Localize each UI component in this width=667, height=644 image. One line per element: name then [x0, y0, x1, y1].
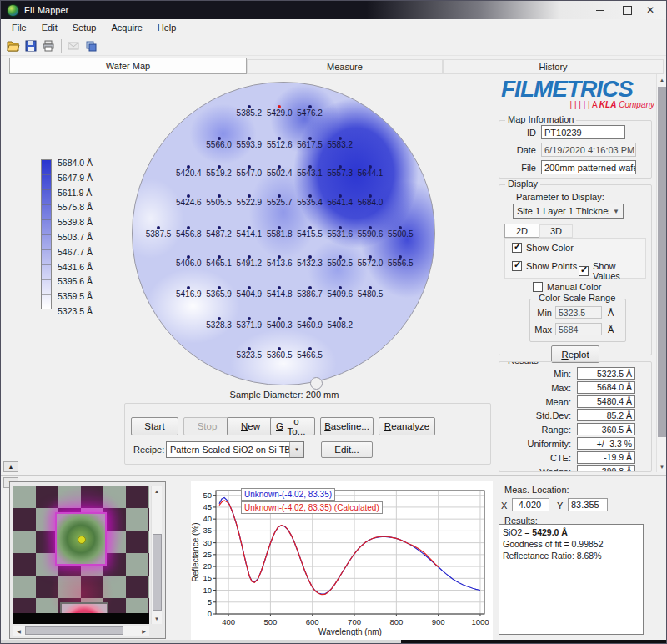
- manual-color-checkbox[interactable]: Manual Color: [533, 282, 601, 292]
- actions-group: Start Stop New Go To... Baseline... Rean…: [124, 403, 491, 465]
- wafer-site[interactable]: 5644.1: [351, 165, 389, 178]
- pane-divider[interactable]: [1, 475, 666, 476]
- collapse-up-icon[interactable]: ▲: [3, 461, 18, 472]
- legend-label: 5684.0 Å: [58, 158, 93, 169]
- new-button[interactable]: New: [227, 417, 274, 435]
- menu-item-help[interactable]: Help: [150, 20, 184, 35]
- menu-item-file[interactable]: File: [4, 20, 34, 35]
- display-title: Display: [505, 179, 540, 189]
- menu-bar: FileEditSetupAcquireHelp: [1, 19, 666, 36]
- tab-wafer-map[interactable]: Wafer Map: [9, 58, 247, 74]
- file-field[interactable]: 200mm patterned wafe: [541, 160, 636, 174]
- wafer-map[interactable]: 5385.25429.05476.25566.05593.95512.65617…: [132, 82, 435, 385]
- results-row-value: 299.8 Å: [577, 465, 635, 472]
- svg-text:1000: 1000: [471, 617, 489, 626]
- logo-brand: FILMETRICS: [501, 78, 654, 101]
- tab-measure[interactable]: Measure: [247, 59, 443, 74]
- title-bar: FILMapper ✕: [1, 1, 666, 19]
- meas-results-box: SiO2 = 5429.0 Å Goodness of fit = 0.9985…: [499, 524, 644, 635]
- chevron-down-icon: ▼: [289, 442, 303, 457]
- camera-image[interactable]: [13, 486, 149, 624]
- results-row-value: 85.2 Å: [577, 409, 635, 421]
- recipe-select[interactable]: Pattern Scaled SiO2 on Si TBD ▼: [166, 441, 304, 458]
- tab-history[interactable]: History: [443, 59, 664, 74]
- menu-item-acquire[interactable]: Acquire: [103, 20, 149, 35]
- color-scale-legend: [41, 159, 52, 309]
- camera-vscrollbar[interactable]: ▲ ▼: [151, 486, 162, 624]
- show-values-checkbox[interactable]: ✓Show Values: [579, 261, 645, 281]
- site-value: 5556.5: [381, 259, 419, 268]
- recipe-label: Recipe:: [133, 445, 164, 455]
- legend-label: 5323.5 Å: [58, 306, 93, 318]
- site-value: 5583.2: [321, 141, 359, 149]
- scroll-down-icon[interactable]: ▼: [152, 613, 162, 624]
- replot-button[interactable]: Replot: [551, 345, 599, 363]
- wafer-site[interactable]: 5476.2: [291, 105, 329, 118]
- app-icon: [7, 4, 19, 17]
- color-scale-range-title: Color Scale Range: [536, 293, 618, 303]
- scroll-right-icon[interactable]: ▶: [138, 626, 149, 636]
- menu-item-edit[interactable]: Edit: [34, 20, 65, 35]
- reanalyze-button[interactable]: Reanalyze: [379, 417, 435, 435]
- wafer-site[interactable]: 5684.0: [351, 194, 389, 207]
- svg-text:500: 500: [263, 617, 277, 626]
- close-button[interactable]: ✕: [636, 1, 664, 19]
- baseline-button[interactable]: Baseline...: [320, 417, 374, 435]
- print-icon[interactable]: [40, 38, 57, 54]
- svg-text:600: 600: [306, 617, 319, 626]
- y-field[interactable]: 83.355: [568, 498, 608, 511]
- map-information-group: Map Information ID PT10239 Date 6/19/202…: [499, 120, 652, 179]
- logo-kla: KLA: [599, 100, 617, 109]
- right-panel-scrollbar[interactable]: ▲ ▼: [656, 74, 667, 472]
- scrollbar-thumb[interactable]: [25, 626, 123, 635]
- parameter-label: Parameter to Display:: [516, 192, 604, 202]
- minimize-button[interactable]: [586, 1, 614, 19]
- show-color-checkbox[interactable]: ✓Show Color: [512, 243, 574, 253]
- wafer-site[interactable]: 5556.5: [381, 255, 419, 268]
- wafer-site[interactable]: 5480.5: [351, 286, 389, 299]
- svg-text:Wavelength (nm): Wavelength (nm): [318, 627, 382, 636]
- goto-button[interactable]: Go To...: [270, 417, 315, 435]
- scroll-up-icon[interactable]: ▲: [152, 486, 162, 496]
- tab-2d[interactable]: 2D: [504, 224, 539, 238]
- legend-label: 5575.8 Å: [58, 202, 93, 214]
- results-row-label: Mean:: [499, 397, 571, 407]
- map-information-title: Map Information: [505, 114, 576, 124]
- result-line-thickness: SiO2 = 5429.0 Å: [503, 526, 639, 538]
- scrollbar-thumb[interactable]: [153, 534, 162, 611]
- show-points-checkbox[interactable]: ✓Show Points: [512, 261, 577, 271]
- svg-text:20: 20: [203, 561, 212, 571]
- app-window: FILMapper ✕ FileEditSetupAcquireHelp Waf…: [0, 0, 667, 644]
- wafer-site[interactable]: 5583.2: [321, 137, 359, 149]
- save-icon[interactable]: [23, 38, 39, 54]
- start-button[interactable]: Start: [131, 417, 178, 435]
- menu-item-setup[interactable]: Setup: [65, 20, 104, 35]
- open-icon[interactable]: [5, 38, 22, 54]
- svg-text:15: 15: [203, 573, 212, 582]
- stop-button: Stop: [183, 417, 231, 435]
- results-row-label: Std.Dev:: [499, 410, 571, 420]
- wafer-site[interactable]: 5500.5: [381, 226, 419, 239]
- results-row-value: 5480.4 Å: [577, 395, 635, 408]
- mail-icon[interactable]: [65, 38, 82, 54]
- scroll-left-icon[interactable]: ◀: [13, 626, 24, 636]
- recipe-value: Pattern Scaled SiO2 on Si TBD: [167, 445, 289, 455]
- camera-hscrollbar[interactable]: ◀ ▶: [13, 626, 149, 636]
- scroll-up-icon[interactable]: ▲: [657, 74, 667, 85]
- wafer-site[interactable]: 5466.5: [291, 347, 329, 360]
- window-title: FILMapper: [24, 5, 68, 15]
- parameter-select[interactable]: Site 1 Layer 1 Thickness ▼: [513, 204, 624, 219]
- results-group: Results Min:5323.5 ÅMax:5684.0 ÅMean:548…: [499, 361, 652, 472]
- result-line-gof: Goodness of fit = 0.99852: [503, 538, 639, 550]
- scroll-down-icon[interactable]: ▼: [657, 461, 667, 472]
- svg-text:700: 700: [348, 617, 361, 626]
- legend-label: 5467.7 Å: [58, 247, 93, 259]
- x-field[interactable]: -4.020: [512, 498, 549, 511]
- id-field[interactable]: PT10239: [541, 125, 625, 139]
- wafer-site[interactable]: 5408.2: [321, 317, 359, 330]
- export-icon[interactable]: [83, 38, 99, 54]
- edit-button[interactable]: Edit...: [321, 441, 373, 458]
- tab-3d[interactable]: 3D: [539, 224, 573, 238]
- date-label: Date: [499, 145, 536, 155]
- scrollbar-thumb[interactable]: [658, 87, 667, 437]
